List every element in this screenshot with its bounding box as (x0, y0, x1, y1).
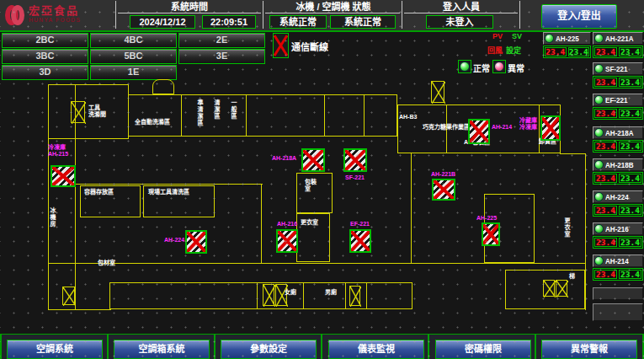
system-time-label: 系統時間 (118, 2, 261, 13)
ahu-unit-label: SF-221 (345, 174, 365, 181)
unit-panel-ah-225[interactable]: AH-22523.423.4 (543, 32, 591, 60)
header-divider (263, 1, 263, 29)
unit-head: AH-224 (593, 190, 643, 203)
unit-status-led-icon (594, 64, 604, 73)
ahu-unit-label: 冷藏庫冷凍庫 (519, 117, 537, 131)
room-label: 梯 (569, 273, 575, 280)
unit-pv-value: 23.4 (594, 206, 617, 215)
unit-pv-value: 23.4 (594, 174, 617, 183)
room-label: 全自動洗滌區 (135, 119, 170, 126)
normal-led-box (458, 60, 471, 73)
footer-button-1[interactable]: 空調系統 (7, 340, 103, 359)
floor-button-4bc[interactable]: 4BC (90, 33, 177, 48)
ahu-unit-icon-ah-224[interactable] (185, 230, 207, 254)
footer-button-2[interactable]: 空調箱系統 (114, 340, 210, 359)
floor-button-3bc[interactable]: 3BC (2, 49, 88, 64)
pv-name-label: 回風 (487, 45, 503, 56)
floor-button-3d[interactable]: 3D (2, 65, 88, 80)
floor-button-3e[interactable]: 3E (178, 49, 265, 64)
floor-button-5bc[interactable]: 5BC (90, 49, 177, 64)
room-label: 冰機房 (49, 207, 56, 228)
stair-icon (62, 287, 75, 305)
floor-button-1e[interactable]: 1E (90, 65, 177, 80)
room-label: 清潔區 (213, 99, 220, 120)
comm-loss-icon (273, 33, 289, 58)
unit-sv-value: 23.4 (619, 142, 641, 151)
unit-panel-ah-221a[interactable]: AH-221A23.423.4 (593, 32, 643, 60)
system-date-value: 2024/12/12 (130, 15, 195, 29)
ahu-unit-icon-sf-221[interactable] (343, 148, 367, 172)
logo-ring-icon (11, 5, 24, 25)
plan-wall-line (539, 104, 540, 153)
unit-name-label: AH-218B (605, 161, 634, 169)
room-label: 男廁 (325, 289, 337, 296)
stair-icon (431, 81, 444, 103)
room-label: 更衣室 (563, 217, 570, 238)
unit-name-label: AH-225 (556, 35, 579, 43)
unit-sv-value: 23.4 (619, 238, 641, 247)
login-logout-button[interactable]: 登入/登出 (541, 4, 617, 29)
unit-values: 23.423.4 (593, 268, 643, 281)
footer-divider (321, 335, 322, 359)
unit-sv-value: 23.4 (619, 174, 641, 183)
unit-panel-ah-214[interactable]: AH-21423.423.4 (593, 255, 643, 282)
ahu-status-value: 系統正常 (330, 15, 396, 29)
system-time-value: 22:09:51 (202, 15, 256, 29)
plan-wall (128, 94, 397, 137)
unit-name-label: EF-221 (605, 96, 627, 104)
unit-sv-value: 23.4 (619, 270, 641, 279)
unit-values: 23.423.4 (593, 236, 643, 249)
footer-button-4[interactable]: 儀表監視 (328, 340, 424, 359)
pv-label: PV (492, 32, 503, 40)
unit-panel-sf-221[interactable]: SF-22123.423.4 (593, 62, 643, 90)
ahu-unit-label: AH-218A (272, 155, 296, 162)
unit-sv-value: 23.4 (619, 206, 641, 215)
room-label: 更衣室 (301, 219, 318, 226)
room-label: AH-B3 (399, 114, 417, 121)
plan-wall-line (585, 153, 586, 310)
unit-panel-ah-224[interactable]: AH-22423.423.4 (593, 190, 643, 218)
ahu-unit-label: AH-225 (476, 215, 497, 222)
unit-head: EF-221 (593, 94, 643, 106)
sv-label: SV (512, 32, 522, 40)
brand-en: HUNYA FOODS (29, 15, 81, 24)
unit-status-led-icon (545, 34, 554, 43)
unit-pv-value: 23.4 (594, 270, 617, 279)
ahu-unit-icon-ah-221b[interactable] (432, 179, 455, 201)
unit-status-led-icon (594, 128, 604, 137)
footer-nav: 空調系統空調箱系統參數設定儀表監視密碼權限異常警報 (0, 335, 644, 359)
abnormal-led-box (492, 60, 506, 73)
stair-icon (556, 280, 567, 297)
ahu-unit-icon-ah-216[interactable] (276, 229, 298, 253)
unit-panel-ah-218b[interactable]: AH-218B23.423.4 (593, 158, 643, 186)
room-label: 一般區 (230, 99, 237, 120)
unit-head: AH-216 (593, 222, 643, 235)
ahu-unit-icon-ah-214[interactable] (468, 119, 490, 144)
floor-button-2bc[interactable]: 2BC (2, 33, 88, 48)
plan-wall-line (48, 309, 111, 310)
ahu-unit-label: AH-224 (164, 237, 184, 244)
unit-panel-ah-216[interactable]: AH-21623.423.4 (593, 222, 643, 250)
ahu-unit-icon-ah-218a[interactable] (301, 148, 325, 172)
plan-wall-line (411, 153, 412, 264)
ahu-unit-icon-ef-221[interactable] (349, 229, 371, 253)
unit-status-led-icon (594, 256, 604, 265)
unit-pv-value: 23.4 (594, 238, 617, 247)
plan-wall-line (261, 184, 262, 264)
ahu-unit-icon-ah-215[interactable] (51, 165, 76, 187)
ahu-unit-icon-ah-225[interactable] (482, 222, 500, 246)
footer-button-3[interactable]: 參數設定 (221, 340, 317, 359)
stair-icon (71, 101, 85, 123)
unit-panel-ah-218a[interactable]: AH-218A23.423.4 (593, 126, 643, 154)
floor-button-2e[interactable]: 2E (178, 33, 265, 48)
unit-sv-value: 23.4 (568, 47, 590, 56)
ahu-unit-label: 冷凍庫AH-215 (48, 144, 68, 158)
unit-status-led-icon (594, 95, 604, 104)
footer-button-6[interactable]: 異常警報 (541, 340, 637, 359)
plan-wall-line (303, 282, 304, 309)
unit-panel-ef-221[interactable]: EF-22123.423.4 (593, 94, 643, 121)
ahu-unit-label: AH-221B (431, 171, 455, 178)
ahu-unit-icon-冷藏庫[interactable] (540, 115, 561, 141)
unit-empty-slot (593, 303, 643, 321)
footer-button-5[interactable]: 密碼權限 (435, 340, 531, 359)
